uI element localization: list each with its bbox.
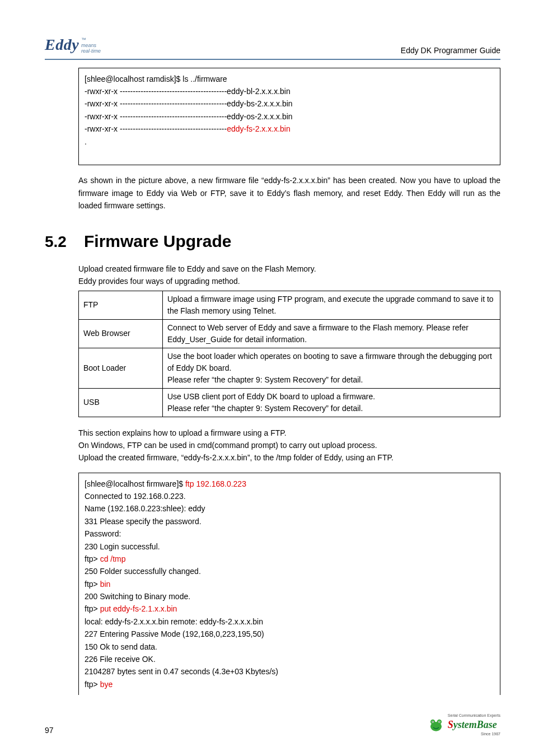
upgrade-methods-table: FTP Upload a firmware image using FTP pr… (78, 291, 500, 417)
body-line: This section explains how to upload a fi… (78, 427, 500, 438)
body-line: On Windows, FTP can be used in cmd(comma… (78, 440, 500, 451)
terminal-line: [shlee@localhost ramdisk]$ ls ../firmwar… (85, 73, 494, 85)
body-line: Upload the created firmware, “eddy-fs-2.… (78, 452, 500, 463)
terminal-line: 250 Folder successfully changed. (85, 565, 494, 577)
systembase-wordmark: Serial Communication Experts SystemBase … (448, 713, 500, 736)
ftp-command: bye (100, 680, 113, 689)
terminal-line: ftp> put eddy-fs-2.1.x.x.bin (85, 603, 494, 615)
ftp-command: cd /tmp (100, 554, 126, 563)
page-number: 97 (45, 725, 54, 736)
table-row: FTP Upload a firmware image using FTP pr… (79, 291, 500, 319)
terminal-line: Password: (85, 528, 494, 540)
intro-line: Upload created firmware file to Eddy and… (78, 263, 500, 274)
terminal-line: 200 Switching to Binary mode. (85, 590, 494, 603)
logo-subtext: ™ means real-time (81, 38, 101, 57)
method-name: USB (79, 388, 163, 417)
terminal-line: Name (192.168.0.223:shlee): eddy (85, 502, 494, 515)
footer-logo: Serial Communication Experts SystemBase … (427, 713, 500, 736)
table-row: Boot Loader Use the boot loader which op… (79, 348, 500, 388)
terminal-output-ls: [shlee@localhost ramdisk]$ ls ../firmwar… (78, 68, 500, 166)
intro-line: Eddy provides four ways of upgrading met… (78, 276, 500, 287)
terminal-line: ftp> bin (85, 578, 494, 590)
terminal-line: Connected to 192.168.0.223. (85, 490, 494, 502)
page-footer: 97 Serial Communication Experts SystemBa… (45, 713, 500, 736)
terminal-line: -rwxr-xr-x -----------------------------… (85, 110, 494, 123)
svg-point-6 (439, 721, 440, 722)
terminal-line: 331 Please specify the password. (85, 515, 494, 528)
method-name: Web Browser (79, 319, 163, 348)
logo: Eddy ™ means real-time (45, 34, 101, 57)
terminal-line: -rwxr-xr-x -----------------------------… (85, 85, 494, 97)
frog-icon (427, 716, 446, 733)
terminal-line: 227 Entering Passive Mode (192,168,0,223… (85, 628, 494, 640)
method-desc: Use the boot loader which operates on bo… (163, 348, 500, 388)
footer-tagline: Serial Communication Experts (448, 713, 500, 717)
method-name: Boot Loader (79, 348, 163, 388)
terminal-line (85, 148, 494, 160)
terminal-line: [shlee@localhost firmware]$ ftp 192.168.… (85, 478, 494, 490)
terminal-output-ftp: [shlee@localhost firmware]$ ftp 192.168.… (78, 473, 500, 696)
section-heading: 5.2 Firmware Upgrade (45, 229, 500, 254)
footer-since: Since 1987 (448, 732, 500, 736)
method-desc: Upload a firmware image using FTP progra… (163, 291, 500, 319)
doc-title: Eddy DK Programmer Guide (401, 45, 500, 56)
section-number: 5.2 (45, 231, 73, 254)
terminal-line: ftp> cd /tmp (85, 553, 494, 565)
method-name: FTP (79, 291, 163, 319)
ftp-command: bin (100, 580, 111, 589)
logo-main-text: Eddy (45, 34, 79, 57)
terminal-line: 2104287 bytes sent in 0.47 seconds (4.3e… (85, 665, 494, 678)
terminal-line: ftp> bye (85, 678, 494, 690)
section-title: Firmware Upgrade (84, 229, 231, 254)
terminal-line: 230 Login successful. (85, 540, 494, 553)
terminal-line: local: eddy-fs-2.x.x.x.bin remote: eddy-… (85, 615, 494, 628)
terminal-line: . (85, 136, 494, 148)
paragraph-explanation: As shown in the picture above, a new fir… (78, 174, 500, 212)
terminal-line: 150 Ok to send data. (85, 641, 494, 653)
method-desc: Use USB client port of Eddy DK board to … (163, 388, 500, 417)
method-desc: Connect to Web server of Eddy and save a… (163, 319, 500, 348)
terminal-line: -rwxr-xr-x -----------------------------… (85, 123, 494, 135)
table-row: Web Browser Connect to Web server of Edd… (79, 319, 500, 348)
terminal-line: 226 File receive OK. (85, 653, 494, 665)
ftp-command: put eddy-fs-2.1.x.x.bin (100, 604, 177, 613)
terminal-line: -rwxr-xr-x -----------------------------… (85, 97, 494, 110)
ftp-command: ftp 192.168.0.223 (185, 479, 246, 488)
page-header: Eddy ™ means real-time Eddy DK Programme… (45, 34, 500, 60)
table-row: USB Use USB client port of Eddy DK board… (79, 388, 500, 417)
svg-point-5 (432, 721, 433, 722)
highlighted-file: eddy-fs-2.x.x.x.bin (227, 124, 291, 133)
